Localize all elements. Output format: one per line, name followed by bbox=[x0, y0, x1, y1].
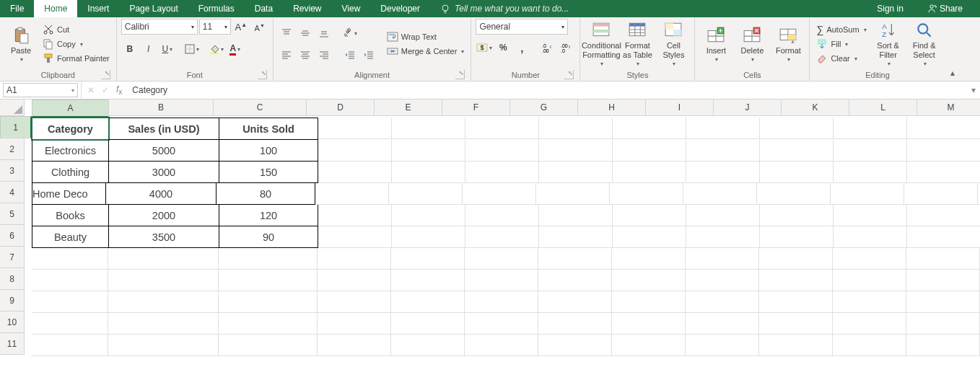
cell[interactable]: Beauty bbox=[32, 226, 109, 248]
delete-cells-button[interactable]: Delete bbox=[735, 20, 769, 68]
cell[interactable]: Home Deco bbox=[32, 183, 106, 205]
cell[interactable] bbox=[108, 248, 219, 270]
cell[interactable] bbox=[389, 183, 463, 205]
cell[interactable] bbox=[759, 248, 833, 270]
col-header[interactable]: H bbox=[578, 100, 646, 116]
align-bottom-button[interactable] bbox=[315, 25, 333, 42]
cell[interactable]: 3500 bbox=[109, 226, 219, 248]
find-select-button[interactable]: Find & Select bbox=[908, 20, 941, 68]
autosum-button[interactable]: ∑AutoSum bbox=[814, 23, 868, 36]
cancel-formula-button[interactable]: ✕ bbox=[87, 85, 95, 95]
cell[interactable] bbox=[833, 270, 906, 291]
font-name-select[interactable]: Calibri▾ bbox=[121, 19, 198, 35]
cell[interactable] bbox=[759, 291, 833, 313]
cell[interactable] bbox=[219, 313, 318, 335]
cell[interactable] bbox=[834, 162, 907, 183]
cell[interactable] bbox=[613, 162, 686, 183]
tab-page-layout[interactable]: Page Layout bbox=[119, 0, 188, 17]
cell[interactable] bbox=[907, 118, 980, 139]
col-header[interactable]: E bbox=[375, 100, 442, 116]
cell[interactable] bbox=[760, 118, 834, 139]
cell[interactable]: Books bbox=[32, 205, 109, 226]
cell[interactable] bbox=[318, 205, 392, 226]
row-header[interactable]: 8 bbox=[0, 268, 25, 290]
cell[interactable] bbox=[907, 226, 980, 248]
cell[interactable] bbox=[907, 162, 980, 183]
cell[interactable] bbox=[538, 270, 612, 291]
accounting-format-button[interactable]: $ bbox=[476, 39, 493, 56]
share-button[interactable]: Share bbox=[916, 4, 973, 14]
cell[interactable] bbox=[219, 270, 318, 291]
comma-button[interactable]: , bbox=[513, 39, 530, 56]
cell[interactable] bbox=[539, 226, 613, 248]
cell[interactable] bbox=[833, 291, 906, 313]
cell[interactable] bbox=[392, 162, 465, 183]
cell-styles-button[interactable]: Cell Styles bbox=[657, 20, 690, 68]
decrease-font-button[interactable]: A▼ bbox=[251, 19, 268, 36]
cell[interactable] bbox=[760, 226, 834, 248]
align-right-button[interactable] bbox=[315, 46, 333, 63]
number-dialog-launcher[interactable]: ⤡ bbox=[564, 70, 574, 79]
cell[interactable]: 100 bbox=[219, 140, 318, 162]
cell[interactable] bbox=[318, 335, 391, 356]
cell[interactable] bbox=[392, 140, 465, 162]
tab-insert[interactable]: Insert bbox=[77, 0, 119, 17]
cell[interactable] bbox=[32, 335, 108, 356]
cell[interactable] bbox=[538, 313, 612, 335]
clear-button[interactable]: Clear bbox=[814, 52, 868, 65]
tab-data[interactable]: Data bbox=[245, 0, 283, 17]
cell[interactable] bbox=[538, 248, 612, 270]
cell[interactable] bbox=[757, 183, 831, 205]
cell[interactable] bbox=[219, 291, 318, 313]
format-painter-button[interactable]: Format Painter bbox=[40, 52, 112, 65]
cell[interactable]: 80 bbox=[216, 183, 315, 205]
cell[interactable] bbox=[318, 118, 392, 139]
cell[interactable]: 120 bbox=[219, 205, 318, 226]
cell[interactable] bbox=[391, 270, 465, 291]
cell[interactable] bbox=[686, 291, 759, 313]
cell[interactable] bbox=[318, 140, 392, 162]
cell[interactable] bbox=[686, 270, 759, 291]
cell[interactable] bbox=[683, 183, 757, 205]
cell[interactable] bbox=[108, 313, 219, 335]
merge-center-button[interactable]: Merge & Center bbox=[385, 45, 467, 58]
enter-formula-button[interactable]: ✓ bbox=[102, 85, 109, 95]
italic-button[interactable]: I bbox=[140, 40, 157, 58]
tab-developer[interactable]: Developer bbox=[370, 0, 430, 17]
font-size-select[interactable]: 11▾ bbox=[199, 19, 231, 35]
cell[interactable]: 4000 bbox=[106, 183, 216, 205]
underline-button[interactable]: U bbox=[159, 40, 176, 58]
cell[interactable] bbox=[906, 248, 980, 270]
cell[interactable] bbox=[612, 291, 686, 313]
increase-font-button[interactable]: A▲ bbox=[232, 19, 250, 36]
cell[interactable] bbox=[613, 140, 686, 162]
cell[interactable] bbox=[610, 183, 683, 205]
cell[interactable] bbox=[465, 226, 539, 248]
insert-cells-button[interactable]: Insert bbox=[699, 20, 732, 68]
row-header[interactable]: 11 bbox=[0, 333, 25, 355]
cell[interactable] bbox=[834, 226, 907, 248]
alignment-dialog-launcher[interactable]: ⤡ bbox=[455, 70, 465, 79]
name-box[interactable]: A1▾ bbox=[3, 83, 78, 97]
cell[interactable] bbox=[465, 205, 539, 226]
cell[interactable] bbox=[612, 248, 686, 270]
cell[interactable] bbox=[539, 205, 613, 226]
cell[interactable] bbox=[834, 118, 907, 139]
cell[interactable] bbox=[538, 335, 612, 356]
tab-file[interactable]: File bbox=[0, 0, 34, 17]
fx-button[interactable]: fx bbox=[116, 84, 122, 96]
number-format-select[interactable]: General▾ bbox=[476, 19, 568, 35]
cell[interactable] bbox=[463, 183, 536, 205]
cell[interactable] bbox=[759, 335, 833, 356]
cell[interactable] bbox=[391, 248, 465, 270]
cell[interactable] bbox=[833, 248, 906, 270]
cell[interactable] bbox=[686, 162, 760, 183]
conditional-formatting-button[interactable]: Conditional Formatting bbox=[585, 20, 618, 68]
cell[interactable] bbox=[465, 162, 539, 183]
cell[interactable] bbox=[219, 248, 318, 270]
collapse-ribbon-button[interactable]: ▴ bbox=[945, 17, 960, 81]
cell[interactable] bbox=[760, 162, 834, 183]
cell[interactable] bbox=[612, 335, 686, 356]
cell[interactable] bbox=[32, 313, 108, 335]
cell[interactable] bbox=[318, 226, 392, 248]
